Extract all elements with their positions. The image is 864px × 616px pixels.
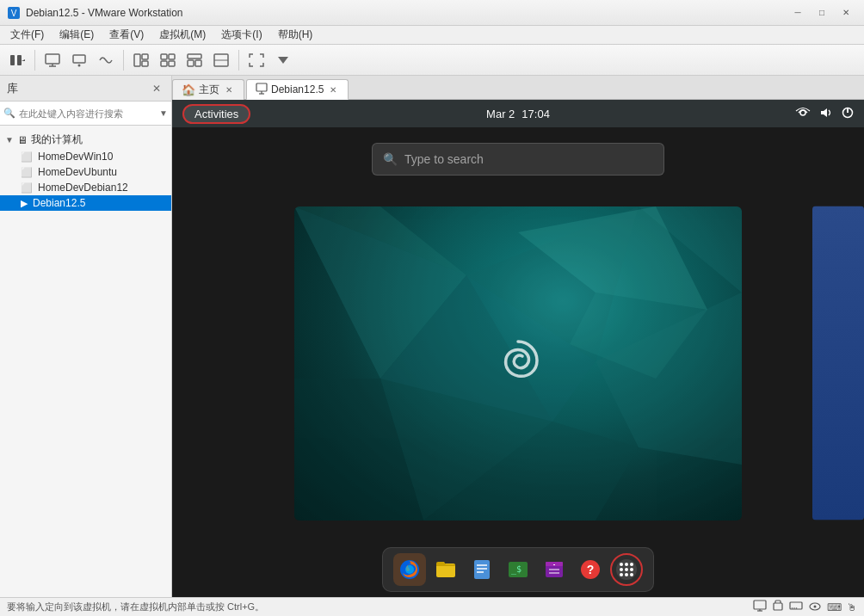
svg-text:V: V [11,9,17,18]
dock-help[interactable]: ? [574,553,607,586]
pause-button[interactable] [5,48,29,72]
tb-btn-fullscreen[interactable] [244,48,268,72]
menu-vm[interactable]: 虚拟机(M) [152,26,213,44]
second-vm-background [812,206,864,521]
svg-rect-14 [169,54,175,59]
second-vm-thumbnail[interactable] [812,206,864,521]
vm-group-header[interactable]: ▼ 🖥 我的计算机 [0,131,171,149]
tb-btn-vm3[interactable] [94,48,118,72]
svg-rect-15 [161,61,167,66]
computer-icon: 🖥 [17,134,28,146]
vm-group: ▼ 🖥 我的计算机 ⬜ HomeDevWin10 ⬜ HomeDevUbuntu… [0,129,171,213]
status-icon-6[interactable]: 🖱 [847,601,857,613]
svg-rect-10 [134,54,140,66]
tb-btn-layout3[interactable] [182,48,207,72]
vm-desktop-background [294,206,742,521]
vm-icon-win10: ⬜ [21,151,33,163]
maximize-button[interactable]: □ [811,4,833,22]
svg-rect-23 [256,83,267,91]
vm-display-area[interactable]: Activities Mar 2 17:04 [172,100,864,597]
vm-item-debian12[interactable]: ⬜ HomeDevDebian12 [0,180,171,195]
vm-group-label: 我的计算机 [31,132,83,147]
tab-debian[interactable]: Debian12.5 ✕ [246,79,349,100]
svg-point-73 [793,607,795,609]
vm-tab-icon [256,83,268,96]
tab-debian-label: Debian12.5 [271,83,324,95]
tab-home[interactable]: 🏠 主页 ✕ [172,79,244,100]
tb-btn-layout4[interactable] [209,48,233,72]
home-icon: 🏠 [182,83,195,96]
tab-home-label: 主页 [199,83,219,97]
sidebar-search-dropdown[interactable]: ▼ [159,108,168,118]
vm-label-win10: HomeDevWin10 [38,151,113,163]
svg-point-9 [78,64,81,66]
tab-bar: 🏠 主页 ✕ Debian12.5 ✕ [172,76,864,100]
status-icon-1[interactable] [753,600,767,614]
status-icon-4[interactable] [808,600,822,614]
status-bar: 要将输入定向到该虚拟机，请在虚拟机内部单击或按 Ctrl+G。 ⌨ 🖱 [0,597,864,616]
gnome-dock: _$ [172,542,864,597]
dock-firefox[interactable] [393,553,426,586]
tab-home-close[interactable]: ✕ [223,84,235,95]
window-controls: ─ □ ✕ [787,4,857,22]
main-vm-thumbnail[interactable] [294,206,742,521]
tab-debian-close[interactable]: ✕ [327,84,339,95]
menu-edit[interactable]: 编辑(E) [52,26,101,44]
vm-icon-debian12: ⬜ [21,182,33,194]
power-icon[interactable] [842,107,854,121]
vm-item-ubuntu[interactable]: ⬜ HomeDevUbuntu [0,164,171,180]
svg-rect-44 [474,560,490,579]
vm-item-debian125[interactable]: ▶ Debian12.5 [0,195,171,211]
menu-view[interactable]: 查看(V) [102,26,151,44]
svg-rect-17 [188,54,201,59]
svg-text:?: ? [587,563,595,576]
sidebar-close-button[interactable]: ✕ [149,81,164,96]
sidebar-search-input[interactable] [19,108,159,119]
svg-point-62 [625,568,628,571]
menu-file[interactable]: 文件(F) [3,26,51,44]
status-icon-2[interactable] [772,600,784,614]
vm-icon-debian125: ▶ [21,198,28,209]
dock-terminal[interactable]: _$ [502,553,534,586]
svg-rect-67 [754,601,766,609]
network-icon[interactable] [795,107,811,121]
svg-point-59 [625,563,628,566]
menu-help[interactable]: 帮助(H) [271,26,320,44]
tb-btn-vm2[interactable] [67,48,91,72]
tb-btn-layout2[interactable] [156,48,180,72]
dock-files[interactable] [429,553,462,586]
svg-rect-12 [142,61,148,66]
status-icon-5[interactable]: ⌨ [827,601,842,613]
tb-btn-layout1[interactable] [129,48,153,72]
svg-text:_$: _$ [511,564,521,575]
topbar-right-icons [795,107,854,121]
tb-btn-vm1[interactable] [40,48,65,72]
svg-marker-4 [22,59,25,61]
app-icon: V [7,6,21,20]
main-area: 库 ✕ 🔍 ▼ ▼ 🖥 我的计算机 ⬜ HomeDevWin10 ⬜ [0,76,864,597]
menu-tabs[interactable]: 选项卡(I) [214,26,268,44]
svg-point-58 [620,563,623,566]
svg-rect-13 [161,54,167,59]
close-button[interactable]: ✕ [835,4,857,22]
minimize-button[interactable]: ─ [787,4,809,22]
svg-point-64 [620,573,623,576]
svg-rect-18 [188,60,194,66]
svg-point-42 [405,565,414,574]
gnome-search-bar[interactable]: 🔍 Type to search [372,143,664,176]
activities-button[interactable]: Activities [182,104,250,124]
volume-icon[interactable] [819,107,833,121]
vm-label-ubuntu: HomeDevUbuntu [38,166,117,178]
status-icon-3[interactable] [789,600,803,614]
title-bar: V Debian12.5 - VMware Workstation ─ □ ✕ [0,0,864,26]
sidebar-search-bar: 🔍 ▼ [0,102,171,126]
tb-btn-more[interactable] [271,48,295,72]
dock-app-grid[interactable] [610,553,643,586]
svg-rect-11 [142,54,148,59]
dock-gedit[interactable] [466,553,498,586]
vm-label-debian12: HomeDevDebian12 [38,182,128,194]
dock-archive[interactable] [538,553,571,586]
debian-swirl-logo [492,333,544,394]
vm-icon-ubuntu: ⬜ [21,167,33,178]
vm-item-win10[interactable]: ⬜ HomeDevWin10 [0,149,171,164]
